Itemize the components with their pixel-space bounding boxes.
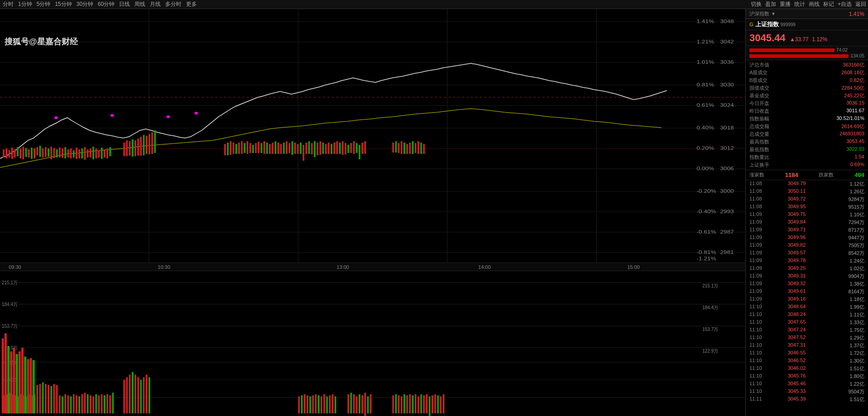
svg-rect-51 [19,148,21,158]
svg-point-17 [110,114,114,117]
action-切换[interactable]: 切换 [751,0,762,8]
svg-rect-267 [24,357,26,414]
tab-30分钟[interactable]: 30分钟 [76,0,94,8]
tick-vol: 9284万 [835,196,864,203]
main-price: 3045.44 [749,32,786,43]
svg-rect-136 [336,141,338,154]
svg-rect-265 [19,351,21,413]
tick-price: 3045.39 [788,396,813,403]
svg-rect-108 [258,142,260,153]
tick-row: 11:093049.618164万 [746,288,868,296]
tick-price: 3049.25 [788,265,813,272]
tick-time: 11:08 [749,204,765,210]
svg-rect-118 [286,141,288,154]
tick-price: 3049.31 [788,273,813,280]
tick-price: 3048.24 [788,311,813,318]
action-统计[interactable]: 统计 [794,0,805,8]
svg-rect-88 [134,140,136,156]
tick-price: 3049.96 [788,234,813,241]
svg-rect-157 [420,143,422,154]
svg-rect-141 [350,143,352,153]
main-layout: 搜狐号@星嘉合财经 [0,9,868,416]
tick-row: 11:103047.651.33亿 [746,319,868,326]
svg-rect-100 [235,144,237,154]
svg-rect-199 [92,397,94,414]
chart-tabs: 分时1分钟5分钟15分钟30分钟60分钟日线周线月线多分时更多 [2,0,751,8]
tick-price: 3045.76 [788,373,813,380]
svg-rect-237 [364,393,366,416]
tab-月线[interactable]: 月线 [149,0,162,8]
tab-分时[interactable]: 分时 [2,0,14,8]
tab-5分钟[interactable]: 5分钟 [36,0,52,8]
svg-rect-120 [291,141,293,155]
action-返回[interactable]: 返回 [855,0,866,8]
svg-text:3048: 3048 [720,19,734,24]
svg-text:1.41%: 1.41% [696,19,714,24]
tab-更多[interactable]: 更多 [185,0,198,8]
svg-rect-243 [401,397,402,414]
svg-rect-78 [95,148,97,158]
tick-row: 11:093049.321.38亿 [746,280,868,288]
svg-rect-248 [415,394,416,413]
tick-vol: 1.38亿 [835,281,864,287]
svg-rect-105 [249,143,251,153]
tick-time: 11:09 [749,242,765,249]
stats-label: 沪总市值 [749,62,769,68]
stats-label: 国债成交 [749,85,769,91]
svg-rect-144 [359,145,361,159]
svg-rect-212 [137,377,139,413]
svg-rect-52 [23,147,24,159]
svg-rect-123 [300,143,302,154]
svg-rect-121 [294,143,296,154]
tick-price: 3049.72 [788,196,813,203]
tick-vol: 8717万 [835,227,864,234]
tab-1分钟[interactable]: 1分钟 [17,0,33,8]
svg-rect-203 [104,395,105,413]
svg-rect-84 [123,143,125,156]
svg-rect-219 [304,394,305,413]
tick-vol: 9515万 [835,204,864,210]
stats-label: 昨日收盘 [749,108,769,115]
stats-label: 今日开盘 [749,100,769,107]
tick-time: 11:09 [749,258,765,264]
tick-price: 3049.71 [788,227,813,234]
svg-rect-67 [64,147,66,158]
tick-vol: 9447万 [835,234,864,241]
tab-日线[interactable]: 日线 [118,0,131,8]
svg-rect-56 [33,148,35,158]
svg-rect-85 [126,140,128,156]
tick-time: 11:08 [749,188,765,195]
svg-text:0.61%: 0.61% [696,102,714,108]
svg-text:1.01%: 1.01% [696,59,714,65]
tick-price: 3049.95 [788,204,813,210]
svg-rect-236 [362,395,363,413]
stats-row: 沪总市值363166亿 [749,61,864,69]
tab-周线[interactable]: 周线 [134,0,146,8]
svg-rect-83 [109,147,111,156]
svg-text:3024: 3024 [720,102,734,108]
tick-time: 11:10 [749,358,765,364]
tab-多分时[interactable]: 多分时 [164,0,182,8]
svg-rect-221 [310,397,311,414]
svg-rect-138 [342,141,343,155]
stats-value: 30.52/1.01% [836,115,864,122]
svg-rect-200 [95,394,97,413]
svg-rect-224 [318,395,320,413]
tick-time: 11:08 [749,196,765,203]
action-画线[interactable]: 画线 [809,0,820,8]
tab-60分钟[interactable]: 60分钟 [97,0,115,8]
svg-rect-216 [148,377,150,413]
svg-rect-135 [334,143,335,154]
tick-row: 11:103045.761.80亿 [746,373,868,380]
action-重播[interactable]: 重播 [780,0,791,8]
tick-price: 3047.65 [788,319,813,326]
switch-icon[interactable]: ▼ [771,11,776,16]
svg-rect-266 [21,348,24,413]
svg-rect-111 [266,143,268,154]
svg-rect-139 [345,143,347,154]
action-标记[interactable]: 标记 [823,0,834,8]
tab-15分钟[interactable]: 15分钟 [54,0,72,8]
svg-rect-251 [423,395,425,413]
action-+自选[interactable]: +自选 [838,0,852,8]
action-盈加[interactable]: 盈加 [765,0,776,8]
